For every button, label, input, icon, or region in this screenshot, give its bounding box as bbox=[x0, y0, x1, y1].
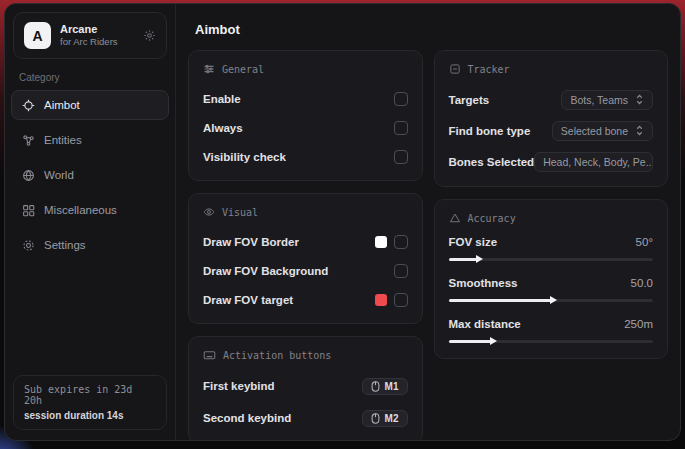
entities-icon bbox=[22, 134, 35, 147]
page-title: Aimbot bbox=[195, 22, 668, 37]
enable-checkbox[interactable] bbox=[394, 92, 408, 106]
mouse-icon bbox=[371, 381, 380, 392]
category-label: Category bbox=[19, 72, 161, 83]
slider-thumb[interactable] bbox=[490, 337, 497, 345]
dropdown-row: Bones Selected Head, Neck, Body, Pe.. bbox=[449, 149, 654, 174]
sidebar-item-label: Aimbot bbox=[44, 99, 80, 111]
card-title: Tracker bbox=[468, 64, 510, 75]
sidebar-item-aimbot[interactable]: Aimbot bbox=[11, 90, 169, 120]
sliders-icon bbox=[203, 63, 215, 75]
fov-border-color-swatch[interactable] bbox=[375, 236, 387, 248]
triangle-icon bbox=[449, 212, 461, 224]
gear-icon[interactable] bbox=[143, 29, 156, 42]
sidebar: A Arcane for Arc Riders Category bbox=[5, 4, 176, 440]
crosshair-icon bbox=[22, 99, 35, 112]
app-subtitle: for Arc Riders bbox=[60, 36, 134, 48]
setting-row: Draw FOV Background bbox=[203, 259, 408, 282]
first-keybind-button[interactable]: M1 bbox=[362, 378, 408, 395]
sidebar-item-entities[interactable]: Entities bbox=[11, 125, 169, 155]
fov-size-slider[interactable] bbox=[449, 255, 654, 264]
tracker-card: Tracker Targets Bots, Teams bbox=[434, 50, 669, 187]
app-logo: A bbox=[24, 22, 51, 49]
sidebar-item-miscellaneous[interactable]: Miscellaneous bbox=[11, 195, 169, 225]
grid-icon bbox=[22, 204, 35, 217]
tracker-icon bbox=[449, 63, 461, 75]
eye-icon bbox=[203, 206, 215, 218]
slider-row: Max distance 250m bbox=[449, 318, 654, 346]
smoothness-slider[interactable] bbox=[449, 296, 654, 305]
max-distance-value: 250m bbox=[624, 318, 653, 330]
smoothness-value: 50.0 bbox=[631, 277, 653, 289]
globe-icon bbox=[22, 169, 35, 182]
card-title: General bbox=[222, 64, 264, 75]
keyboard-icon bbox=[203, 349, 216, 361]
accuracy-card: Accuracy FOV size 50° Smoothness bbox=[434, 199, 669, 359]
bones-selected-dropdown[interactable]: Head, Neck, Body, Pe.. bbox=[534, 152, 653, 172]
sidebar-item-settings[interactable]: Settings bbox=[11, 230, 169, 260]
visual-card: Visual Draw FOV Border Draw FOV Backgrou… bbox=[188, 193, 423, 324]
slider-row: Smoothness 50.0 bbox=[449, 277, 654, 305]
setting-row: Always bbox=[203, 116, 408, 139]
fov-target-color-swatch[interactable] bbox=[375, 294, 387, 306]
fov-target-checkbox[interactable] bbox=[394, 293, 408, 307]
card-title: Visual bbox=[222, 207, 258, 218]
app-window: A Arcane for Arc Riders Category bbox=[4, 3, 681, 441]
visibility-check-checkbox[interactable] bbox=[394, 150, 408, 164]
targets-dropdown[interactable]: Bots, Teams bbox=[561, 90, 653, 110]
dropdown-row: Targets Bots, Teams bbox=[449, 87, 654, 112]
setting-row: Visibility check bbox=[203, 145, 408, 168]
activation-card: Activation buttons First keybind M1 bbox=[188, 336, 423, 440]
keybind-row: First keybind M1 bbox=[203, 373, 408, 399]
slider-thumb[interactable] bbox=[550, 296, 557, 304]
sort-chevrons-icon bbox=[635, 125, 644, 136]
sidebar-item-label: Settings bbox=[44, 239, 86, 251]
setting-row: Enable bbox=[203, 87, 408, 110]
general-card: General Enable Always Visibility check bbox=[188, 50, 423, 181]
subscription-card: Sub expires in 23d 20h session duration … bbox=[13, 375, 167, 430]
sidebar-item-world[interactable]: World bbox=[11, 160, 169, 190]
sidebar-item-label: Entities bbox=[44, 134, 82, 146]
card-title: Activation buttons bbox=[223, 350, 331, 361]
always-checkbox[interactable] bbox=[394, 121, 408, 135]
slider-row: FOV size 50° bbox=[449, 236, 654, 264]
card-title: Accuracy bbox=[468, 213, 516, 224]
second-keybind-button[interactable]: M2 bbox=[362, 410, 408, 427]
keybind-row: Second keybind M2 bbox=[203, 405, 408, 431]
sort-chevrons-icon bbox=[635, 94, 644, 105]
find-bone-type-dropdown[interactable]: Selected bone bbox=[552, 121, 653, 141]
session-duration-text: session duration 14s bbox=[24, 410, 156, 421]
sidebar-nav: Aimbot Entities World bbox=[5, 90, 175, 260]
sidebar-item-label: Miscellaneous bbox=[44, 204, 117, 216]
fov-border-checkbox[interactable] bbox=[394, 235, 408, 249]
setting-row: Draw FOV target bbox=[203, 288, 408, 311]
dropdown-row: Find bone type Selected bone bbox=[449, 118, 654, 143]
mouse-icon bbox=[371, 413, 380, 424]
setting-row: Draw FOV Border bbox=[203, 230, 408, 253]
app-name: Arcane bbox=[60, 23, 134, 37]
settings-gear-icon bbox=[22, 239, 35, 252]
sub-expires-text: Sub expires in 23d 20h bbox=[24, 384, 156, 406]
slider-thumb[interactable] bbox=[476, 255, 483, 263]
fov-size-value: 50° bbox=[636, 236, 653, 248]
fov-background-checkbox[interactable] bbox=[394, 264, 408, 278]
brand-card: A Arcane for Arc Riders bbox=[13, 12, 167, 59]
sidebar-item-label: World bbox=[44, 169, 74, 181]
max-distance-slider[interactable] bbox=[449, 337, 654, 346]
main-panel: Aimbot General bbox=[176, 4, 680, 440]
